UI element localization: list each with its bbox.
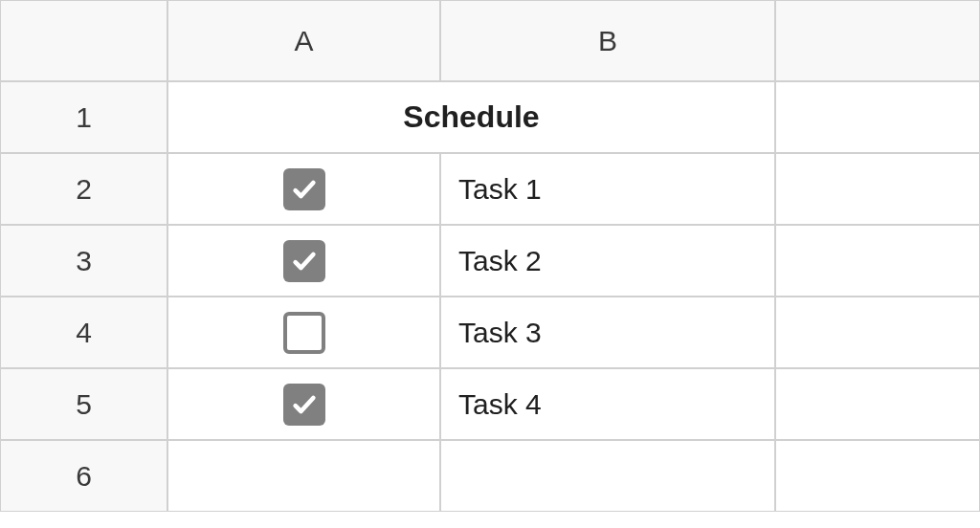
column-header-a[interactable]: A — [167, 0, 440, 81]
cell-c2[interactable] — [775, 153, 980, 225]
cell-c1[interactable] — [775, 81, 980, 153]
cell-c4[interactable] — [775, 297, 980, 368]
column-header-b[interactable]: B — [440, 0, 775, 81]
cell-b3[interactable]: Task 2 — [440, 225, 775, 297]
checkmark-icon — [291, 248, 318, 275]
cell-b2[interactable]: Task 1 — [440, 153, 775, 225]
cell-c5[interactable] — [775, 368, 980, 440]
cell-c3[interactable] — [775, 225, 980, 297]
column-header-c[interactable] — [775, 0, 980, 81]
cell-a5[interactable] — [167, 368, 440, 440]
cell-b6[interactable] — [440, 440, 775, 512]
cell-b5[interactable]: Task 4 — [440, 368, 775, 440]
title-cell[interactable]: Schedule — [167, 81, 775, 153]
row-header-1[interactable]: 1 — [0, 81, 167, 153]
row-header-3[interactable]: 3 — [0, 225, 167, 297]
checkmark-icon — [291, 391, 318, 418]
checkbox-task-3[interactable] — [283, 312, 325, 354]
cell-a6[interactable] — [167, 440, 440, 512]
checkbox-task-4[interactable] — [283, 384, 325, 426]
corner-cell[interactable] — [0, 0, 167, 81]
row-header-5[interactable]: 5 — [0, 368, 167, 440]
checkbox-task-1[interactable] — [283, 168, 325, 210]
row-header-4[interactable]: 4 — [0, 297, 167, 368]
cell-a3[interactable] — [167, 225, 440, 297]
row-header-6[interactable]: 6 — [0, 440, 167, 512]
cell-c6[interactable] — [775, 440, 980, 512]
cell-a4[interactable] — [167, 297, 440, 368]
checkbox-task-2[interactable] — [283, 240, 325, 282]
checkmark-icon — [291, 176, 318, 203]
cell-a2[interactable] — [167, 153, 440, 225]
spreadsheet-grid: A B 1 Schedule 2 Task 1 3 Task 2 4 Task … — [0, 0, 980, 512]
cell-b4[interactable]: Task 3 — [440, 297, 775, 368]
row-header-2[interactable]: 2 — [0, 153, 167, 225]
